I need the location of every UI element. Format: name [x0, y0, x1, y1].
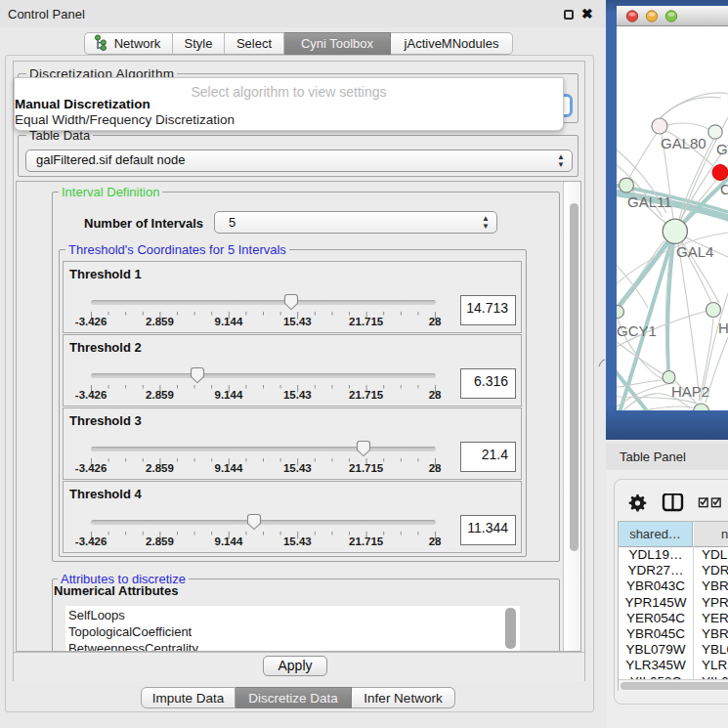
svg-text:GAL80: GAL80: [661, 135, 707, 151]
svg-text:H: H: [718, 320, 728, 336]
svg-text:GAL11: GAL11: [627, 193, 672, 210]
svg-text:HAP2: HAP2: [671, 383, 709, 400]
svg-text:GCY1: GCY1: [617, 322, 657, 339]
svg-text:GA: GA: [716, 141, 728, 157]
svg-text:C: C: [720, 181, 728, 197]
svg-text:GAL4: GAL4: [676, 243, 713, 260]
